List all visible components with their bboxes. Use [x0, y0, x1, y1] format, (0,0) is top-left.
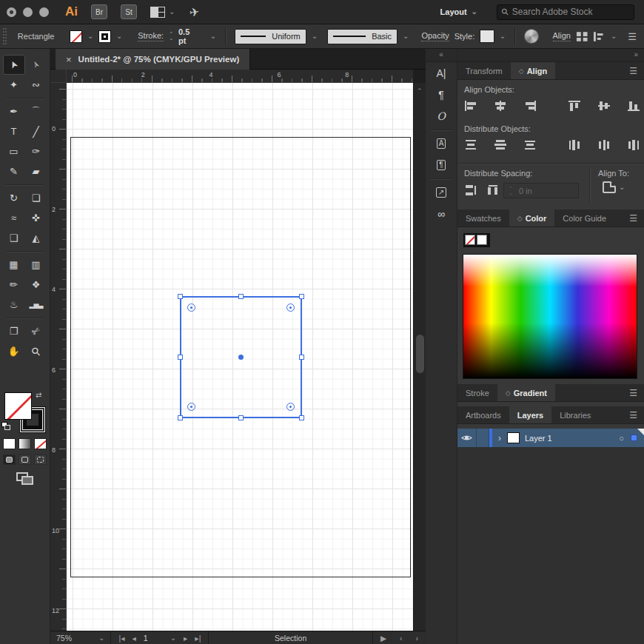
- align-top-button[interactable]: [566, 98, 583, 114]
- slice-tool[interactable]: ✄: [25, 321, 47, 341]
- draw-normal-button[interactable]: [3, 455, 16, 465]
- window-minimize-button[interactable]: [23, 7, 33, 17]
- line-segment-tool[interactable]: ╱: [25, 121, 47, 141]
- selection-handle[interactable]: [299, 415, 304, 420]
- corner-radius-widget[interactable]: [187, 303, 195, 312]
- layer-thumbnail[interactable]: [507, 432, 520, 443]
- bridge-button[interactable]: Br: [91, 4, 107, 19]
- status-text[interactable]: Selection: [209, 634, 372, 643]
- distribute-left-button[interactable]: [566, 137, 583, 153]
- layer-target-icon[interactable]: ○: [619, 434, 624, 443]
- character-styles-panel-button[interactable]: A: [426, 133, 457, 154]
- ruler-origin-corner[interactable]: [50, 70, 67, 83]
- eraser-tool[interactable]: ▰: [25, 161, 47, 181]
- fill-swatch[interactable]: [70, 30, 82, 43]
- chevron-down-icon[interactable]: ⌄: [170, 634, 176, 642]
- distribute-group-icon[interactable]: [593, 31, 605, 42]
- width-profile-dropdown[interactable]: Uniform: [235, 29, 306, 44]
- gpu-performance-icon[interactable]: ✈: [189, 4, 201, 20]
- tab-libraries[interactable]: Libraries: [551, 406, 599, 423]
- column-graph-tool[interactable]: ▂▅▃: [25, 295, 47, 315]
- swap-fill-stroke-icon[interactable]: ⇄: [36, 391, 41, 399]
- previous-artboard-button[interactable]: ◂: [132, 634, 135, 643]
- tab-gradient[interactable]: ◇Gradient: [497, 384, 555, 401]
- distribute-h-center-button[interactable]: [595, 137, 613, 153]
- brush-dropdown[interactable]: Basic: [327, 29, 398, 44]
- rotate-tool[interactable]: ↻: [3, 188, 25, 208]
- selection-handle[interactable]: [299, 294, 304, 299]
- hand-tool[interactable]: ✋: [3, 341, 25, 361]
- selection-handle[interactable]: [178, 415, 183, 420]
- opentype-panel-button[interactable]: O: [426, 105, 457, 127]
- layer-disclosure-icon[interactable]: ›: [494, 433, 506, 443]
- panel-menu-icon[interactable]: ☰: [629, 410, 637, 420]
- magic-wand-tool[interactable]: ✦: [3, 75, 25, 95]
- expand-panels-button[interactable]: «: [426, 49, 457, 62]
- tab-artboards[interactable]: Artboards: [457, 406, 509, 423]
- color-spectrum[interactable]: [463, 254, 637, 379]
- workspace-switcher[interactable]: Layout ⌄: [440, 7, 477, 16]
- width-tool[interactable]: ≈: [3, 208, 25, 228]
- opacity-link[interactable]: Opacity: [421, 31, 449, 41]
- stroke-weight-value[interactable]: 0.5 pt: [178, 27, 199, 45]
- tab-swatches[interactable]: Swatches: [457, 209, 509, 227]
- document-tab[interactable]: × Untitled-2* @ 75% (CMYK/GPU Preview): [56, 49, 250, 70]
- selection-handle[interactable]: [178, 355, 183, 360]
- tab-transform[interactable]: Transform: [457, 62, 511, 79]
- center-point[interactable]: [238, 355, 244, 360]
- shaper-tool[interactable]: ✎: [3, 161, 25, 181]
- zoom-tool[interactable]: ⚲: [25, 341, 47, 361]
- eyedropper-tool[interactable]: ✏: [3, 275, 25, 295]
- panel-menu-icon[interactable]: ☰: [629, 388, 637, 398]
- default-fill-stroke-icon[interactable]: [1, 422, 12, 431]
- tab-align[interactable]: ◇Align: [511, 62, 555, 79]
- layer-lock-toggle[interactable]: [477, 429, 489, 447]
- selection-handle[interactable]: [238, 294, 244, 299]
- stroke-white-swatch[interactable]: [477, 235, 487, 245]
- corner-radius-widget[interactable]: [286, 303, 295, 312]
- scroll-left-icon[interactable]: ‹: [400, 634, 403, 643]
- vertical-ruler[interactable]: 024681012: [50, 83, 67, 631]
- fill-color-proxy[interactable]: [4, 392, 32, 420]
- align-v-center-button[interactable]: [595, 98, 613, 114]
- asset-export-panel-button[interactable]: ↗: [426, 181, 457, 203]
- chevron-down-icon[interactable]: ⌄: [403, 33, 409, 40]
- paintbrush-tool[interactable]: ✑: [25, 141, 47, 161]
- selection-handle[interactable]: [238, 415, 244, 420]
- lasso-tool[interactable]: ∾: [25, 75, 47, 95]
- draw-inside-button[interactable]: [34, 455, 47, 465]
- mesh-tool[interactable]: ▦: [3, 255, 25, 275]
- chevron-down-icon[interactable]: ⌄: [210, 33, 216, 40]
- links-panel-button[interactable]: ∞: [426, 203, 457, 224]
- align-h-center-button[interactable]: [492, 98, 509, 114]
- free-transform-tool[interactable]: ✜: [25, 208, 47, 228]
- corner-radius-widget[interactable]: [286, 403, 295, 411]
- tab-color-guide[interactable]: Color Guide: [554, 209, 614, 227]
- symbol-sprayer-tool[interactable]: ♨: [3, 295, 25, 315]
- fill-stroke-proxy[interactable]: [463, 233, 490, 247]
- stock-button[interactable]: St: [121, 4, 137, 19]
- horizontal-distribute-space-button[interactable]: [484, 182, 502, 198]
- screen-mode-button[interactable]: [16, 472, 34, 486]
- distribute-right-button[interactable]: [625, 137, 643, 153]
- vertical-distribute-space-button[interactable]: [462, 182, 480, 198]
- horizontal-ruler[interactable]: 02468: [67, 70, 413, 83]
- fill-none-swatch[interactable]: [465, 235, 475, 245]
- color-button[interactable]: [3, 438, 16, 449]
- artboard-tool[interactable]: ❐: [3, 321, 25, 341]
- align-bottom-button[interactable]: [625, 98, 643, 114]
- chevron-down-icon[interactable]: ⌄: [116, 33, 122, 40]
- character-panel-button[interactable]: A|: [426, 62, 457, 84]
- pen-tool[interactable]: ✒: [3, 101, 25, 121]
- canvas[interactable]: [67, 83, 413, 631]
- layer-visibility-toggle[interactable]: [457, 429, 477, 447]
- adobe-stock-search[interactable]: ⚲: [497, 4, 634, 20]
- none-button[interactable]: [34, 438, 47, 449]
- gradient-tool[interactable]: ▥: [25, 255, 47, 275]
- layer-row[interactable]: › Layer 1 ○: [457, 429, 644, 447]
- vertical-scrollbar[interactable]: ⌃: [413, 83, 426, 631]
- search-input[interactable]: [512, 7, 629, 17]
- next-artboard-button[interactable]: ▸: [184, 634, 187, 643]
- scroll-up-icon[interactable]: ⌃: [417, 87, 423, 95]
- scroll-right-icon[interactable]: ›: [416, 634, 419, 643]
